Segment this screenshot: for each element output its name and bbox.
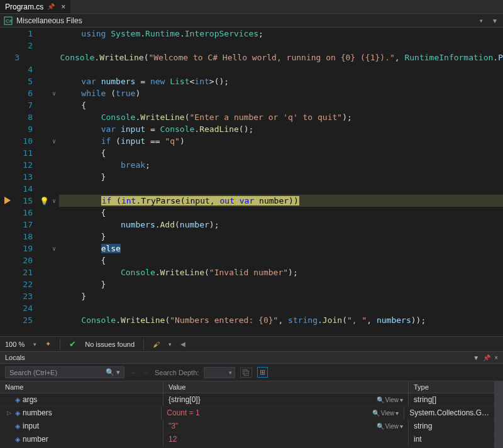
code-line[interactable]: 24 bbox=[0, 302, 503, 314]
brush-icon[interactable]: 🖌 bbox=[153, 341, 160, 348]
code-content[interactable] bbox=[59, 40, 503, 52]
var-value-cell[interactable]: {string[0]}🔍 View ▾ bbox=[163, 393, 409, 406]
var-name-cell[interactable]: ▷◈numbers bbox=[0, 407, 162, 419]
code-line[interactable]: 9 var input = Console.ReadLine(); bbox=[0, 123, 503, 135]
code-content[interactable]: { bbox=[59, 207, 503, 219]
breakpoint-margin[interactable] bbox=[0, 195, 15, 207]
list-view-icon[interactable]: ⊞ bbox=[257, 367, 268, 378]
code-content[interactable]: numbers.Add(number); bbox=[59, 219, 503, 231]
code-content[interactable]: Console.WriteLine("Numbers entered: {0}"… bbox=[59, 314, 503, 326]
col-header-name[interactable]: Name bbox=[0, 381, 163, 393]
visualizer-link[interactable]: 🔍 View ▾ bbox=[377, 396, 404, 403]
close-icon[interactable]: × bbox=[61, 3, 65, 11]
locals-search-input[interactable]: Search (Ctrl+E) 🔍 ▾ bbox=[5, 366, 124, 378]
var-name-cell[interactable]: ◈input bbox=[0, 420, 163, 432]
code-line[interactable]: 1 using System.Runtime.InteropServices; bbox=[0, 28, 503, 40]
visualizer-link[interactable]: 🔍 View ▾ bbox=[372, 410, 399, 417]
code-line[interactable]: 21 Console.WriteLine("Invalid number"); bbox=[0, 266, 503, 278]
code-content[interactable] bbox=[59, 183, 503, 195]
code-content[interactable]: } bbox=[59, 231, 503, 243]
breakpoint-margin[interactable] bbox=[0, 63, 15, 75]
breakpoint-margin[interactable] bbox=[0, 99, 15, 111]
code-content[interactable]: { bbox=[59, 99, 503, 111]
var-value-cell[interactable]: 12 bbox=[163, 433, 409, 445]
breakpoint-margin[interactable] bbox=[0, 278, 15, 290]
code-content[interactable]: Console.WriteLine("Invalid number"); bbox=[59, 266, 503, 278]
lightbulb-toggle-icon[interactable]: ✦ bbox=[45, 340, 51, 348]
code-content[interactable]: var input = Console.ReadLine(); bbox=[59, 123, 503, 135]
code-content[interactable] bbox=[59, 302, 503, 314]
code-line[interactable]: 11 { bbox=[0, 147, 503, 159]
issues-label[interactable]: No issues found bbox=[85, 341, 135, 348]
fold-toggle[interactable]: ∨ bbox=[49, 243, 59, 254]
tree-view-icon[interactable]: ⿻ bbox=[240, 368, 252, 378]
pin-icon[interactable]: 📌 bbox=[47, 3, 55, 10]
code-line[interactable]: 8 Console.WriteLine("Enter a number or '… bbox=[0, 111, 503, 123]
code-content[interactable]: } bbox=[59, 171, 503, 183]
lightbulb-icon[interactable]: 💡 bbox=[40, 197, 49, 205]
code-line[interactable]: 10∨ if (input == "q") bbox=[0, 135, 503, 147]
breakpoint-margin[interactable] bbox=[0, 135, 15, 147]
visualizer-link[interactable]: 🔍 View ▾ bbox=[377, 423, 404, 430]
code-content[interactable]: { bbox=[59, 254, 503, 266]
nav-forward-icon[interactable]: → bbox=[143, 369, 150, 376]
col-header-value[interactable]: Value bbox=[163, 381, 409, 393]
breakpoint-margin[interactable] bbox=[0, 87, 15, 99]
code-content[interactable]: if (int.TryParse(input, out var number)) bbox=[59, 195, 503, 207]
code-line[interactable]: 17 numbers.Add(number); bbox=[0, 219, 503, 231]
locals-row[interactable]: ▷◈numbersCount = 1🔍 View ▾System.Collect… bbox=[0, 407, 494, 420]
file-tab[interactable]: Program.cs 📌 × bbox=[0, 0, 70, 13]
code-content[interactable] bbox=[59, 63, 503, 75]
breakpoint-margin[interactable] bbox=[0, 302, 15, 314]
nav-back-icon[interactable]: ← bbox=[131, 369, 138, 376]
close-icon[interactable]: × bbox=[494, 354, 498, 361]
expand-toggle-icon[interactable]: ▷ bbox=[5, 410, 13, 416]
var-name-cell[interactable]: ◈number bbox=[0, 433, 163, 445]
code-editor[interactable]: 1 using System.Runtime.InteropServices;2… bbox=[0, 28, 503, 336]
code-content[interactable]: break; bbox=[59, 159, 503, 171]
zoom-dropdown-icon[interactable]: ▾ bbox=[33, 341, 36, 347]
code-line[interactable]: 13 } bbox=[0, 171, 503, 183]
breakpoint-margin[interactable] bbox=[0, 243, 15, 254]
depth-dropdown[interactable]: ▾ bbox=[204, 367, 235, 378]
code-content[interactable]: } bbox=[59, 278, 503, 290]
breakpoint-margin[interactable] bbox=[0, 111, 15, 123]
code-content[interactable]: if (input == "q") bbox=[59, 135, 503, 147]
code-content[interactable]: Console.WriteLine("Enter a number or 'q'… bbox=[59, 111, 503, 123]
code-content[interactable]: while (true) bbox=[59, 87, 503, 99]
code-line[interactable]: 23 } bbox=[0, 290, 503, 302]
locals-row[interactable]: ◈input"3"🔍 View ▾string bbox=[0, 420, 494, 433]
zoom-level[interactable]: 100 % bbox=[5, 341, 25, 348]
breakpoint-margin[interactable] bbox=[0, 266, 15, 278]
code-line[interactable]: 2 bbox=[0, 40, 503, 52]
breakpoint-margin[interactable] bbox=[0, 254, 15, 266]
code-content[interactable]: using System.Runtime.InteropServices; bbox=[59, 28, 503, 40]
breakpoint-margin[interactable] bbox=[0, 207, 15, 219]
dropdown-icon[interactable]: ▾ bbox=[169, 341, 172, 347]
code-line[interactable]: 19∨ else bbox=[0, 243, 503, 254]
breakpoint-margin[interactable] bbox=[0, 183, 15, 195]
breakpoint-margin[interactable] bbox=[0, 314, 15, 326]
fold-toggle[interactable]: ∨ bbox=[49, 87, 59, 99]
code-content[interactable]: } bbox=[59, 290, 503, 302]
code-line[interactable]: 16 { bbox=[0, 207, 503, 219]
breakpoint-margin[interactable] bbox=[0, 147, 15, 159]
breakpoint-margin[interactable] bbox=[0, 123, 15, 135]
fold-toggle[interactable]: ∨ bbox=[49, 135, 59, 147]
chevron-down-icon[interactable]: ▾ bbox=[490, 16, 499, 25]
code-line[interactable]: 12 break; bbox=[0, 159, 503, 171]
code-content[interactable]: else bbox=[59, 243, 503, 254]
code-content[interactable]: var numbers = new List<int>(); bbox=[59, 75, 503, 87]
breakpoint-margin[interactable] bbox=[0, 219, 15, 231]
code-line[interactable]: 4 bbox=[0, 63, 503, 75]
col-header-type[interactable]: Type bbox=[409, 381, 494, 393]
breakpoint-margin[interactable] bbox=[0, 52, 9, 63]
scope-dropdown[interactable]: Miscellaneous Files ▾ bbox=[16, 16, 487, 25]
scrollbar[interactable] bbox=[494, 381, 503, 448]
code-line[interactable]: 7 { bbox=[0, 99, 503, 111]
code-line[interactable]: 15💡∨ if (int.TryParse(input, out var num… bbox=[0, 195, 503, 207]
code-line[interactable]: 14 bbox=[0, 183, 503, 195]
code-line[interactable]: 3 Console.WriteLine("Welcome to C# Hello… bbox=[0, 52, 503, 63]
pin-icon[interactable]: 📌 bbox=[483, 354, 490, 361]
code-content[interactable]: Console.WriteLine("Welcome to C# Hello w… bbox=[38, 52, 503, 63]
